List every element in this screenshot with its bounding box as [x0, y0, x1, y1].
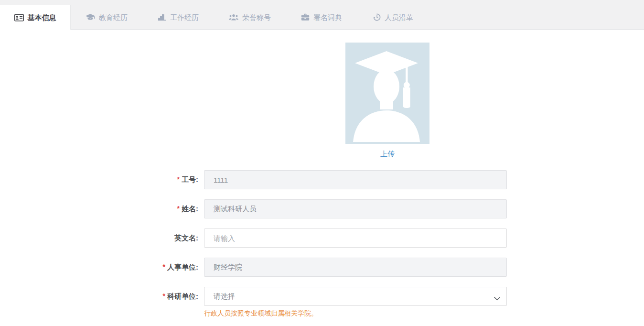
upload-link[interactable]: 上传 — [345, 150, 429, 159]
form-row-employee-id: *工号: — [0, 170, 644, 189]
tab-label: 荣誉称号 — [242, 14, 271, 21]
form-row-research-unit: *科研单位: 请选择 行政人员按照专业领域归属相关学院。 — [0, 287, 644, 317]
tab-work-experience[interactable]: 工作经历 — [142, 5, 214, 29]
input-english-name[interactable] — [204, 228, 507, 248]
tab-bar: 基本信息 教育经历 工作经历 — [0, 0, 644, 30]
chevron-down-icon — [494, 294, 500, 302]
research-unit-hint: 行政人员按照专业领域归属相关学院。 — [204, 309, 507, 317]
required-asterisk: * — [177, 175, 180, 183]
users-icon — [229, 14, 238, 21]
form-row-name: *姓名: — [0, 199, 644, 218]
photo-section: 上传 — [345, 43, 429, 159]
tab-personnel-history[interactable]: 人员沿革 — [357, 5, 429, 29]
tab-basic-info[interactable]: 基本信息 — [0, 5, 71, 30]
select-value: 请选择 — [214, 292, 235, 301]
input-name — [204, 199, 507, 218]
basic-info-form: *工号: *姓名: 英文名: *人事单位: *科研单位: — [0, 170, 644, 317]
label-english-name: 英文名: — [0, 228, 198, 248]
form-row-personnel-unit: *人事单位: — [0, 258, 644, 277]
photo-placeholder — [345, 43, 429, 144]
briefcase-icon — [301, 13, 310, 21]
tab-label: 基本信息 — [28, 14, 56, 21]
tab-label: 署名词典 — [313, 14, 342, 21]
label-employee-id: *工号: — [0, 170, 198, 189]
tab-label: 工作经历 — [170, 14, 199, 21]
required-asterisk: * — [163, 263, 165, 271]
history-icon — [373, 13, 381, 21]
label-personnel-unit: *人事单位: — [0, 258, 198, 277]
required-asterisk: * — [177, 205, 180, 212]
label-name: *姓名: — [0, 199, 198, 218]
tab-signature-dictionary[interactable]: 署名词典 — [286, 5, 357, 29]
input-personnel-unit — [204, 258, 507, 277]
input-employee-id — [204, 170, 507, 189]
label-research-unit: *科研单位: — [0, 287, 198, 306]
tab-label: 教育经历 — [99, 14, 128, 21]
form-row-english-name: 英文名: — [0, 228, 644, 248]
graduate-silhouette-icon — [345, 43, 429, 144]
id-card-icon — [14, 14, 24, 22]
chart-icon — [158, 13, 166, 21]
required-asterisk: * — [163, 292, 165, 300]
tab-education[interactable]: 教育经历 — [71, 5, 142, 29]
select-research-unit[interactable]: 请选择 — [204, 287, 507, 306]
graduation-cap-icon — [86, 13, 95, 21]
tab-label: 人员沿革 — [385, 14, 413, 21]
tab-honor-title[interactable]: 荣誉称号 — [214, 5, 286, 29]
